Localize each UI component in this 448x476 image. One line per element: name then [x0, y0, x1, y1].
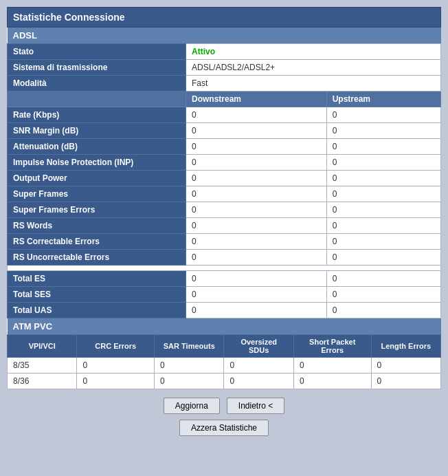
value-super-frames-up: 0 [326, 186, 440, 202]
row-rs-words: RS Words 0 0 [8, 218, 441, 234]
label-super-frames-errors: Super Frames Errors [8, 202, 186, 218]
value-rs-words-down: 0 [186, 218, 327, 234]
row-total-es: Total ES 0 0 [8, 271, 441, 287]
atm-table: VPI/VCI CRC Errors SAR Timeouts Oversize… [7, 334, 441, 389]
label-rate: Rate (Kbps) [8, 107, 186, 123]
atm-col-length: Length Errors [371, 335, 440, 358]
spacer-1 [8, 266, 441, 271]
value-inp-up: 0 [326, 155, 440, 171]
azzera-button[interactable]: Azzera Statistiche [179, 420, 269, 436]
value-modalita: Fast [186, 76, 441, 91]
atm-short-0: 0 [293, 358, 371, 374]
atm-vpivci-0: 8/35 [8, 358, 77, 374]
adsl-section-header: ADSL [8, 28, 441, 44]
main-table: ADSL Stato Attivo Sistema di trasmission… [7, 28, 441, 334]
label-total-uas: Total UAS [8, 303, 186, 318]
label-total-ses: Total SES [8, 287, 186, 303]
row-snr: SNR Margin (dB) 0 0 [8, 123, 441, 139]
col-upstream: Upstream [326, 91, 440, 107]
label-super-frames: Super Frames [8, 186, 186, 202]
row-super-frames-errors: Super Frames Errors 0 0 [8, 202, 441, 218]
value-super-frames-down: 0 [186, 186, 327, 202]
atm-col-vpivci: VPI/VCI [8, 335, 77, 358]
button-row-2: Azzera Statistiche [179, 420, 269, 436]
atm-col-oversized: Oversized SDUs [224, 335, 293, 358]
atm-row-0: 8/35 0 0 0 0 0 [8, 358, 441, 374]
label-total-es: Total ES [8, 271, 186, 287]
value-total-ses-down: 0 [186, 287, 327, 303]
value-total-es-up: 0 [326, 271, 440, 287]
value-output-power-up: 0 [326, 171, 440, 186]
row-sistema: Sistema di trasmissione ADSL/ADSL2/ADSL2… [8, 60, 441, 76]
atm-row-1: 8/36 0 0 0 0 0 [8, 374, 441, 389]
atm-crc-0: 0 [77, 358, 155, 374]
atm-length-1: 0 [371, 374, 440, 389]
indietro-button[interactable]: Indietro < [227, 398, 284, 414]
row-inp: Impulse Noise Protection (INP) 0 0 [8, 155, 441, 171]
atm-col-headers: VPI/VCI CRC Errors SAR Timeouts Oversize… [8, 335, 441, 358]
atm-oversized-1: 0 [224, 374, 293, 389]
label-modalita: Modalità [8, 76, 186, 91]
col-downstream: Downstream [186, 91, 327, 107]
row-modalita: Modalità Fast [8, 76, 441, 91]
value-rate-up: 0 [326, 107, 440, 123]
value-total-es-down: 0 [186, 271, 327, 287]
row-total-ses: Total SES 0 0 [8, 287, 441, 303]
value-sistema: ADSL/ADSL2/ADSL2+ [186, 60, 441, 76]
atm-col-sar: SAR Timeouts [155, 335, 224, 358]
value-stato: Attivo [186, 44, 441, 60]
atm-section-header: ATM PVC [8, 318, 441, 335]
atm-col-short: Short Packet Errors [293, 335, 371, 358]
value-output-power-down: 0 [186, 171, 327, 186]
value-total-uas-up: 0 [326, 303, 440, 318]
atm-sar-1: 0 [155, 374, 224, 389]
row-rs-uncorrectable: RS Uncorrectable Errors 0 0 [8, 250, 441, 266]
page-wrapper: Statistiche Connessione ADSL Stato Attiv… [7, 7, 441, 442]
row-total-uas: Total UAS 0 0 [8, 303, 441, 318]
row-stato: Stato Attivo [8, 44, 441, 60]
label-rs-words: RS Words [8, 218, 186, 234]
atm-col-crc: CRC Errors [77, 335, 155, 358]
label-attenuation: Attenuation (dB) [8, 139, 186, 155]
row-output-power: Output Power 0 0 [8, 171, 441, 186]
row-attenuation: Attenuation (dB) 0 0 [8, 139, 441, 155]
label-rs-correctable: RS Correctable Errors [8, 234, 186, 250]
value-snr-up: 0 [326, 123, 440, 139]
atm-oversized-0: 0 [224, 358, 293, 374]
value-total-uas-down: 0 [186, 303, 327, 318]
value-rs-words-up: 0 [326, 218, 440, 234]
value-attenuation-down: 0 [186, 139, 327, 155]
value-rate-down: 0 [186, 107, 327, 123]
value-snr-down: 0 [186, 123, 327, 139]
atm-label: ATM PVC [8, 318, 441, 335]
value-super-frames-errors-down: 0 [186, 202, 327, 218]
value-rs-uncorrectable-down: 0 [186, 250, 327, 266]
label-sistema: Sistema di trasmissione [8, 60, 186, 76]
label-output-power: Output Power [8, 171, 186, 186]
label-stato: Stato [8, 44, 186, 60]
atm-short-1: 0 [293, 374, 371, 389]
aggiorna-button[interactable]: Aggiorna [164, 398, 220, 414]
col-empty [8, 91, 186, 107]
label-snr: SNR Margin (dB) [8, 123, 186, 139]
value-attenuation-up: 0 [326, 139, 440, 155]
label-inp: Impulse Noise Protection (INP) [8, 155, 186, 171]
atm-vpivci-1: 8/36 [8, 374, 77, 389]
page-title: Statistiche Connessione [7, 7, 441, 28]
button-area: Aggiorna Indietro < Azzera Statistiche [7, 389, 441, 442]
value-rs-uncorrectable-up: 0 [326, 250, 440, 266]
value-rs-correctable-down: 0 [186, 234, 327, 250]
row-rs-correctable: RS Correctable Errors 0 0 [8, 234, 441, 250]
value-inp-down: 0 [186, 155, 327, 171]
col-headers: Downstream Upstream [8, 91, 441, 107]
atm-crc-1: 0 [77, 374, 155, 389]
value-super-frames-errors-up: 0 [326, 202, 440, 218]
row-rate: Rate (Kbps) 0 0 [8, 107, 441, 123]
button-row-1: Aggiorna Indietro < [164, 398, 284, 414]
value-total-ses-up: 0 [326, 287, 440, 303]
label-rs-uncorrectable: RS Uncorrectable Errors [8, 250, 186, 266]
adsl-label: ADSL [8, 28, 441, 44]
atm-sar-0: 0 [155, 358, 224, 374]
atm-length-0: 0 [371, 358, 440, 374]
row-super-frames: Super Frames 0 0 [8, 186, 441, 202]
